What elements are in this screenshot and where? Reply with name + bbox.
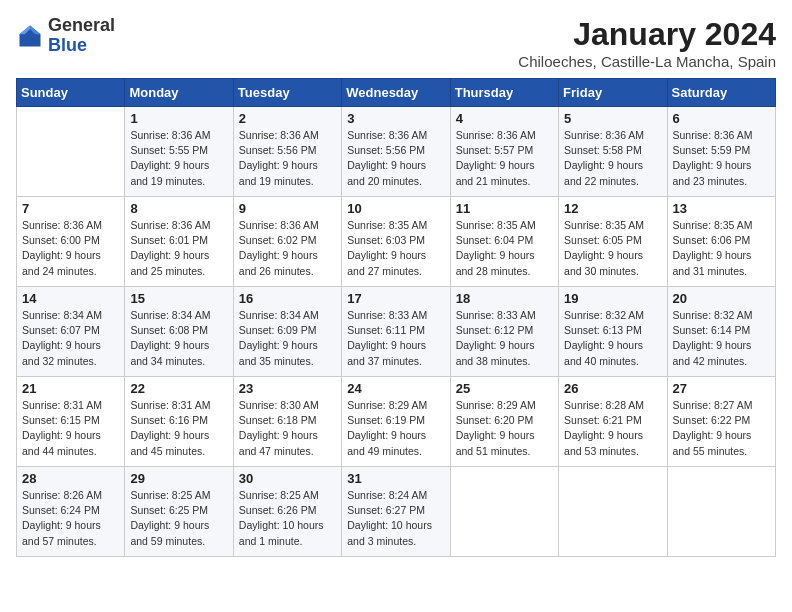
calendar-table: SundayMondayTuesdayWednesdayThursdayFrid…	[16, 78, 776, 557]
logo-text: General Blue	[48, 16, 115, 56]
day-info: Sunrise: 8:34 AMSunset: 6:09 PMDaylight:…	[239, 308, 336, 369]
calendar-cell	[17, 107, 125, 197]
weekday-header-sunday: Sunday	[17, 79, 125, 107]
calendar-cell: 11Sunrise: 8:35 AMSunset: 6:04 PMDayligh…	[450, 197, 558, 287]
calendar-cell	[667, 467, 775, 557]
calendar-cell: 7Sunrise: 8:36 AMSunset: 6:00 PMDaylight…	[17, 197, 125, 287]
day-info: Sunrise: 8:29 AMSunset: 6:19 PMDaylight:…	[347, 398, 444, 459]
weekday-header-row: SundayMondayTuesdayWednesdayThursdayFrid…	[17, 79, 776, 107]
day-info: Sunrise: 8:36 AMSunset: 5:58 PMDaylight:…	[564, 128, 661, 189]
day-number: 7	[22, 201, 119, 216]
calendar-cell: 29Sunrise: 8:25 AMSunset: 6:25 PMDayligh…	[125, 467, 233, 557]
logo-icon	[16, 22, 44, 50]
calendar-cell: 21Sunrise: 8:31 AMSunset: 6:15 PMDayligh…	[17, 377, 125, 467]
day-number: 12	[564, 201, 661, 216]
title-block: January 2024 Chiloeches, Castille-La Man…	[518, 16, 776, 70]
calendar-cell: 5Sunrise: 8:36 AMSunset: 5:58 PMDaylight…	[559, 107, 667, 197]
day-number: 2	[239, 111, 336, 126]
calendar-cell: 20Sunrise: 8:32 AMSunset: 6:14 PMDayligh…	[667, 287, 775, 377]
calendar-cell: 25Sunrise: 8:29 AMSunset: 6:20 PMDayligh…	[450, 377, 558, 467]
day-number: 21	[22, 381, 119, 396]
day-number: 31	[347, 471, 444, 486]
day-info: Sunrise: 8:36 AMSunset: 5:57 PMDaylight:…	[456, 128, 553, 189]
day-info: Sunrise: 8:25 AMSunset: 6:25 PMDaylight:…	[130, 488, 227, 549]
calendar-cell: 27Sunrise: 8:27 AMSunset: 6:22 PMDayligh…	[667, 377, 775, 467]
calendar-cell	[559, 467, 667, 557]
calendar-cell: 19Sunrise: 8:32 AMSunset: 6:13 PMDayligh…	[559, 287, 667, 377]
weekday-header-friday: Friday	[559, 79, 667, 107]
day-number: 1	[130, 111, 227, 126]
day-info: Sunrise: 8:36 AMSunset: 6:02 PMDaylight:…	[239, 218, 336, 279]
calendar-cell: 10Sunrise: 8:35 AMSunset: 6:03 PMDayligh…	[342, 197, 450, 287]
day-number: 14	[22, 291, 119, 306]
calendar-cell: 2Sunrise: 8:36 AMSunset: 5:56 PMDaylight…	[233, 107, 341, 197]
day-info: Sunrise: 8:36 AMSunset: 6:00 PMDaylight:…	[22, 218, 119, 279]
day-number: 27	[673, 381, 770, 396]
weekday-header-saturday: Saturday	[667, 79, 775, 107]
calendar-cell: 17Sunrise: 8:33 AMSunset: 6:11 PMDayligh…	[342, 287, 450, 377]
day-info: Sunrise: 8:25 AMSunset: 6:26 PMDaylight:…	[239, 488, 336, 549]
calendar-cell: 28Sunrise: 8:26 AMSunset: 6:24 PMDayligh…	[17, 467, 125, 557]
day-info: Sunrise: 8:32 AMSunset: 6:13 PMDaylight:…	[564, 308, 661, 369]
day-number: 17	[347, 291, 444, 306]
calendar-cell: 18Sunrise: 8:33 AMSunset: 6:12 PMDayligh…	[450, 287, 558, 377]
day-info: Sunrise: 8:36 AMSunset: 5:56 PMDaylight:…	[239, 128, 336, 189]
day-info: Sunrise: 8:34 AMSunset: 6:07 PMDaylight:…	[22, 308, 119, 369]
calendar-cell: 1Sunrise: 8:36 AMSunset: 5:55 PMDaylight…	[125, 107, 233, 197]
day-info: Sunrise: 8:36 AMSunset: 5:59 PMDaylight:…	[673, 128, 770, 189]
calendar-cell: 23Sunrise: 8:30 AMSunset: 6:18 PMDayligh…	[233, 377, 341, 467]
calendar-cell: 9Sunrise: 8:36 AMSunset: 6:02 PMDaylight…	[233, 197, 341, 287]
day-number: 18	[456, 291, 553, 306]
weekday-header-tuesday: Tuesday	[233, 79, 341, 107]
day-number: 10	[347, 201, 444, 216]
day-number: 28	[22, 471, 119, 486]
calendar-cell: 8Sunrise: 8:36 AMSunset: 6:01 PMDaylight…	[125, 197, 233, 287]
calendar-week-row: 28Sunrise: 8:26 AMSunset: 6:24 PMDayligh…	[17, 467, 776, 557]
day-info: Sunrise: 8:35 AMSunset: 6:05 PMDaylight:…	[564, 218, 661, 279]
calendar-week-row: 7Sunrise: 8:36 AMSunset: 6:00 PMDaylight…	[17, 197, 776, 287]
day-number: 13	[673, 201, 770, 216]
day-number: 3	[347, 111, 444, 126]
day-number: 22	[130, 381, 227, 396]
day-number: 24	[347, 381, 444, 396]
day-info: Sunrise: 8:32 AMSunset: 6:14 PMDaylight:…	[673, 308, 770, 369]
day-info: Sunrise: 8:35 AMSunset: 6:03 PMDaylight:…	[347, 218, 444, 279]
calendar-cell: 6Sunrise: 8:36 AMSunset: 5:59 PMDaylight…	[667, 107, 775, 197]
day-info: Sunrise: 8:29 AMSunset: 6:20 PMDaylight:…	[456, 398, 553, 459]
day-info: Sunrise: 8:36 AMSunset: 5:55 PMDaylight:…	[130, 128, 227, 189]
calendar-week-row: 14Sunrise: 8:34 AMSunset: 6:07 PMDayligh…	[17, 287, 776, 377]
day-info: Sunrise: 8:33 AMSunset: 6:11 PMDaylight:…	[347, 308, 444, 369]
day-number: 23	[239, 381, 336, 396]
day-info: Sunrise: 8:33 AMSunset: 6:12 PMDaylight:…	[456, 308, 553, 369]
day-number: 25	[456, 381, 553, 396]
day-number: 8	[130, 201, 227, 216]
calendar-cell: 4Sunrise: 8:36 AMSunset: 5:57 PMDaylight…	[450, 107, 558, 197]
calendar-week-row: 21Sunrise: 8:31 AMSunset: 6:15 PMDayligh…	[17, 377, 776, 467]
calendar-cell: 31Sunrise: 8:24 AMSunset: 6:27 PMDayligh…	[342, 467, 450, 557]
calendar-cell: 14Sunrise: 8:34 AMSunset: 6:07 PMDayligh…	[17, 287, 125, 377]
day-info: Sunrise: 8:31 AMSunset: 6:15 PMDaylight:…	[22, 398, 119, 459]
day-number: 11	[456, 201, 553, 216]
calendar-cell	[450, 467, 558, 557]
day-number: 15	[130, 291, 227, 306]
day-info: Sunrise: 8:30 AMSunset: 6:18 PMDaylight:…	[239, 398, 336, 459]
month-year-title: January 2024	[518, 16, 776, 53]
calendar-cell: 15Sunrise: 8:34 AMSunset: 6:08 PMDayligh…	[125, 287, 233, 377]
day-info: Sunrise: 8:24 AMSunset: 6:27 PMDaylight:…	[347, 488, 444, 549]
day-number: 5	[564, 111, 661, 126]
calendar-cell: 30Sunrise: 8:25 AMSunset: 6:26 PMDayligh…	[233, 467, 341, 557]
day-number: 4	[456, 111, 553, 126]
day-info: Sunrise: 8:36 AMSunset: 5:56 PMDaylight:…	[347, 128, 444, 189]
logo: General Blue	[16, 16, 115, 56]
day-info: Sunrise: 8:26 AMSunset: 6:24 PMDaylight:…	[22, 488, 119, 549]
weekday-header-monday: Monday	[125, 79, 233, 107]
day-number: 9	[239, 201, 336, 216]
calendar-cell: 22Sunrise: 8:31 AMSunset: 6:16 PMDayligh…	[125, 377, 233, 467]
weekday-header-thursday: Thursday	[450, 79, 558, 107]
day-number: 6	[673, 111, 770, 126]
calendar-week-row: 1Sunrise: 8:36 AMSunset: 5:55 PMDaylight…	[17, 107, 776, 197]
day-info: Sunrise: 8:35 AMSunset: 6:04 PMDaylight:…	[456, 218, 553, 279]
calendar-cell: 13Sunrise: 8:35 AMSunset: 6:06 PMDayligh…	[667, 197, 775, 287]
day-number: 29	[130, 471, 227, 486]
day-info: Sunrise: 8:27 AMSunset: 6:22 PMDaylight:…	[673, 398, 770, 459]
